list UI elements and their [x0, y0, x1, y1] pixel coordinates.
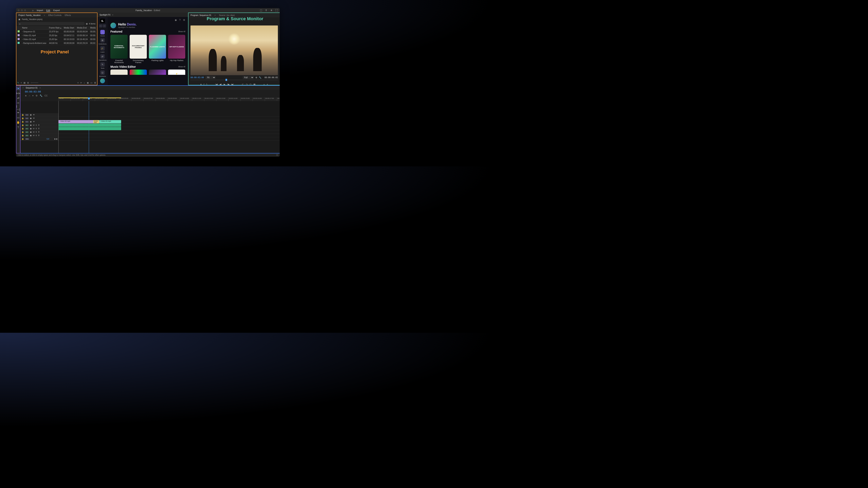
- marker-icon[interactable]: ▾: [32, 94, 34, 97]
- sort-icon[interactable]: ≡: [78, 82, 79, 84]
- info-icon[interactable]: ⓘ: [276, 154, 278, 157]
- program-video-frame[interactable]: [190, 26, 278, 75]
- discord-icon[interactable]: ◉: [175, 19, 177, 22]
- table-row[interactable]: ▫ Background-Ambient.wav44100 Hz00;00;00…: [17, 41, 97, 45]
- featured-showall[interactable]: Show All: [178, 31, 185, 33]
- help-icon[interactable]: ?: [179, 19, 181, 22]
- new-item-icon[interactable]: ✎: [17, 82, 19, 84]
- home-icon[interactable]: ⌂: [32, 9, 34, 11]
- pen-tool-icon[interactable]: ✒: [17, 111, 20, 115]
- bin-icon[interactable]: ▣: [86, 23, 88, 25]
- tab-spotlight[interactable]: Spotlight FX: [99, 14, 111, 16]
- table-row[interactable]: ▫ Sequence 0123,976 fps00;00;00;0000;00;…: [17, 30, 97, 34]
- project-breadcrumb: ▣ Family_Vacation.prproj: [17, 18, 97, 21]
- tab-effect-controls[interactable]: Effect Controls: [48, 14, 61, 17]
- col-media-start[interactable]: Media Start: [62, 26, 75, 30]
- linked-selection-icon[interactable]: ∩: [29, 94, 30, 97]
- sidebar-item-texts[interactable]: ✎Texts: [98, 62, 106, 69]
- track-select-tool-icon[interactable]: ⊳⊳: [17, 91, 20, 95]
- sidebar-item-learn[interactable]: 🎓Learn: [98, 46, 106, 53]
- audio-track[interactable]: 🔒A2▣MS🎙: [21, 127, 280, 130]
- list-view-icon[interactable]: ≡: [21, 82, 22, 84]
- maximize-dot[interactable]: [24, 9, 26, 11]
- app-window: ⌂ Import Edit Export Family_Vacation - E…: [16, 8, 280, 157]
- razor-tool-icon[interactable]: ✂: [17, 101, 20, 105]
- hand-tool-icon[interactable]: ✋: [17, 121, 20, 124]
- close-dot[interactable]: [18, 9, 20, 11]
- col-media[interactable]: Media: [89, 26, 97, 30]
- video-track[interactable]: 🔒V1▣👁▫ Video 02.mp4Cross Diss▫ Video 01.…: [21, 120, 280, 124]
- settings-icon[interactable]: ⚙: [36, 94, 38, 97]
- member-status: Spotlight FX member: [118, 26, 137, 28]
- table-row[interactable]: ▫ Video 01.mp425,00 fps03:04:52:1103:05:…: [17, 34, 97, 37]
- spotlight-logo[interactable]: S.: [100, 19, 105, 23]
- user-avatar[interactable]: [111, 23, 116, 28]
- slip-tool-icon[interactable]: |↔|: [17, 106, 20, 109]
- mve-card-3[interactable]: [149, 69, 166, 75]
- type-tool-icon[interactable]: T: [17, 125, 20, 129]
- wrench-icon[interactable]: 🔧: [40, 94, 42, 97]
- zoom-select[interactable]: Fit: [206, 76, 216, 79]
- audio-track[interactable]: 🔒A1▣MS🎙: [21, 124, 280, 127]
- selection-tool-icon[interactable]: ➤: [17, 87, 20, 90]
- sidebar-item-collections[interactable]: ⊞Collections: [98, 38, 106, 45]
- settings-icon[interactable]: ⚙: [183, 19, 185, 22]
- sidebar-item-home[interactable]: ⌂Home: [98, 30, 106, 37]
- ripple-edit-tool-icon[interactable]: ⇄: [17, 96, 20, 100]
- video-track[interactable]: 🔒V2▣👁: [21, 117, 280, 120]
- customize-button[interactable]: ⚡Customize: [168, 69, 185, 75]
- menu-edit[interactable]: Edit: [46, 9, 50, 12]
- trash-icon[interactable]: 🗑: [94, 82, 96, 84]
- rectangle-tool-icon[interactable]: ▭: [17, 116, 20, 119]
- mve-card-1[interactable]: [111, 69, 128, 75]
- mve-card-2[interactable]: [130, 69, 147, 75]
- table-row[interactable]: ▫ Video 02.mp425,00 fps00:16:33:0300:16:…: [17, 37, 97, 41]
- featured-card[interactable]: DOCUMENTARY FRAMESDocumentary Frames: [130, 35, 147, 63]
- zoom-slider[interactable]: ○────: [31, 82, 38, 84]
- tab-sequence[interactable]: Sequence 01: [26, 87, 38, 89]
- user-avatar-small[interactable]: [100, 78, 105, 83]
- timeline-ruler[interactable]: :00:0000:00:01:0000:00:02:0000:00:03:000…: [58, 97, 280, 101]
- col-media-end[interactable]: Media End: [76, 26, 89, 30]
- nav-forward-icon[interactable]: ›: [103, 24, 106, 28]
- fullscreen-icon[interactable]: ⛶: [275, 9, 278, 12]
- program-ruler[interactable]: [190, 80, 278, 82]
- workspace-icon[interactable]: ≡: [270, 9, 273, 12]
- timeline-tc[interactable]: 00:00:03:00: [25, 90, 41, 93]
- icon-view-icon[interactable]: ▦: [24, 82, 26, 84]
- automate-icon[interactable]: ⊳: [80, 82, 82, 84]
- col-name[interactable]: Name: [21, 26, 48, 30]
- settings-icon[interactable]: ⚙: [255, 76, 257, 78]
- minimize-dot[interactable]: [21, 9, 23, 11]
- mve-showall[interactable]: Show All: [178, 66, 185, 68]
- featured-card[interactable]: FLASHING LIGHTSFlashing Lights: [149, 35, 166, 63]
- tab-source[interactable]: Source: (no clips): [219, 14, 235, 17]
- tab-program[interactable]: Program: Sequence 01: [190, 14, 211, 17]
- project-filename[interactable]: Family_Vacation.prproj: [22, 18, 42, 21]
- cc-icon[interactable]: CC: [44, 94, 48, 97]
- snap-icon[interactable]: ⋇: [25, 94, 27, 97]
- menu-import[interactable]: Import: [37, 9, 43, 11]
- featured-card[interactable]: ESSENTIAL MOVEMENTSEssential Movements: [111, 35, 128, 63]
- new-item-icon2[interactable]: ▭: [90, 82, 92, 84]
- sidebar-item-transitions[interactable]: ⇄Transitions: [98, 54, 106, 61]
- video-track[interactable]: 🔒V3▣👁: [21, 113, 280, 117]
- nav-back-icon[interactable]: ‹: [99, 24, 102, 28]
- find-icon[interactable]: ⌕: [84, 82, 85, 84]
- resolution-select[interactable]: Full: [243, 76, 254, 79]
- menu-export[interactable]: Export: [53, 9, 60, 11]
- quick-export-icon[interactable]: ⬚: [259, 9, 262, 12]
- program-tc-left[interactable]: 00:00:03:00: [190, 76, 204, 78]
- audio-track[interactable]: 🔒A3▣MS🎙: [21, 130, 280, 134]
- freeform-view-icon[interactable]: ⊞: [27, 82, 29, 84]
- tab-project[interactable]: Project: Family_Vacation: [19, 14, 41, 17]
- share-icon[interactable]: ⇧: [265, 9, 268, 12]
- project-search-input[interactable]: [18, 22, 85, 25]
- sidebar-item-elements[interactable]: ⊡Elements: [98, 70, 106, 77]
- col-framerate[interactable]: Frame Rate ▴: [48, 26, 62, 30]
- featured-card[interactable]: HIP HOP FLASHESHip Hop Flashes: [168, 35, 185, 63]
- new-bin-icon[interactable]: ▣: [87, 82, 89, 84]
- tab-effects[interactable]: Effects: [65, 14, 71, 17]
- audio-track[interactable]: 🔒A4▣MS🎙: [21, 134, 280, 137]
- wrench-icon[interactable]: 🔧: [259, 76, 261, 78]
